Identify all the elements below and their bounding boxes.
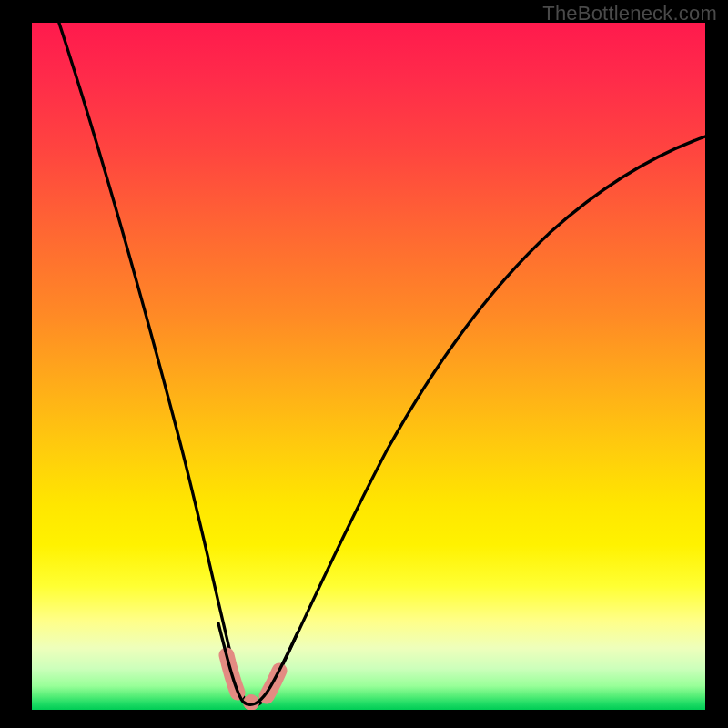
curve-layer xyxy=(32,23,705,710)
watermark-text: TheBottleneck.com xyxy=(542,2,717,25)
plot-area xyxy=(32,23,705,710)
chart-frame: TheBottleneck.com xyxy=(0,0,728,728)
bottleneck-curve xyxy=(50,23,705,705)
